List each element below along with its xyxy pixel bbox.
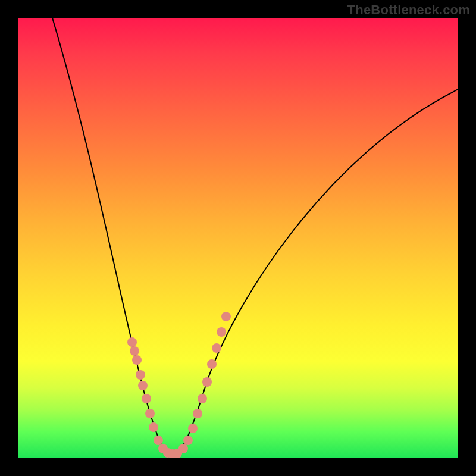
- data-dot: [138, 381, 148, 390]
- data-dot: [198, 394, 207, 403]
- data-dot: [132, 355, 142, 365]
- chart-svg: [18, 18, 458, 458]
- data-dot: [188, 424, 198, 433]
- data-dot: [145, 409, 155, 418]
- data-dot: [217, 327, 226, 337]
- dots-right-group: [178, 312, 231, 453]
- data-dot: [130, 346, 139, 356]
- dots-left-group: [127, 337, 182, 458]
- outer-frame: TheBottleneck.com: [0, 0, 476, 476]
- data-dot: [149, 422, 158, 432]
- data-dot: [154, 436, 163, 445]
- data-dot: [207, 359, 217, 369]
- data-dot: [202, 377, 212, 387]
- watermark-text: TheBottleneck.com: [347, 2, 470, 18]
- data-dot: [183, 436, 193, 445]
- data-dot: [178, 444, 188, 453]
- data-dot: [136, 370, 145, 380]
- data-dot: [221, 312, 231, 321]
- data-dot: [127, 337, 137, 347]
- plot-area: [18, 18, 458, 458]
- data-dot: [142, 394, 151, 403]
- data-dot: [193, 409, 202, 418]
- data-dot: [212, 343, 221, 353]
- bottleneck-curve: [51, 18, 458, 454]
